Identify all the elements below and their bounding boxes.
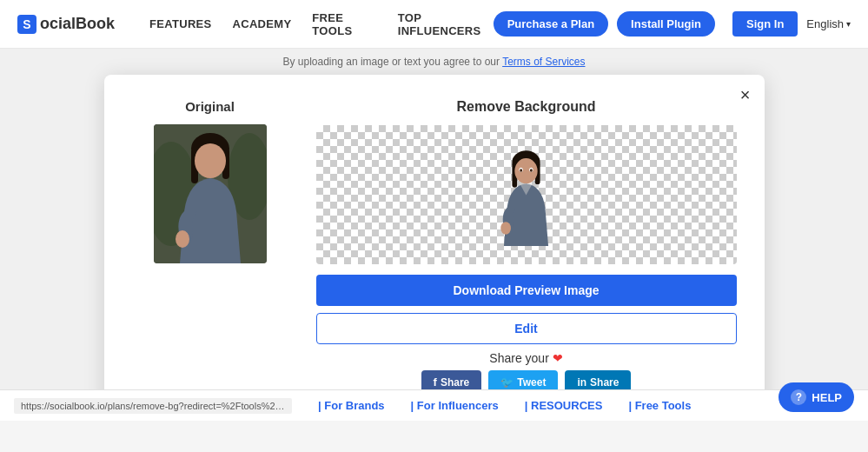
footer-for-brands[interactable]: | For Brands [318, 399, 385, 412]
chevron-down-icon: ▾ [846, 19, 851, 29]
nav-actions: Purchase a Plan Install Plugin Sign In E… [494, 11, 851, 37]
svg-point-17 [500, 222, 511, 235]
linkedin-icon: in [577, 376, 586, 389]
svg-point-15 [520, 169, 522, 172]
language-label: English [806, 17, 844, 30]
help-button[interactable]: ? HELP [779, 382, 854, 412]
footer-for-influencers[interactable]: | For Influencers [411, 399, 499, 412]
original-person-svg [154, 124, 267, 263]
nav-free-tools[interactable]: FREE TOOLS [312, 11, 376, 37]
original-image [154, 124, 267, 263]
footer-bar: https://socialbook.io/plans/remove-bg?re… [0, 389, 868, 421]
modal-title: Remove Background [316, 99, 737, 115]
download-preview-button[interactable]: Download Preview Image [316, 275, 737, 306]
footer-links: | For Brands | For Influencers | RESOURC… [318, 399, 854, 412]
terms-prefix: By uploading an image or text you agree … [283, 56, 500, 68]
facebook-icon: f [434, 376, 437, 389]
terms-bar: By uploading an image or text you agree … [283, 49, 586, 73]
nav-links: FEATURES ACADEMY FREE TOOLS TOP INFLUENC… [149, 11, 494, 37]
svg-point-16 [530, 169, 533, 172]
install-plugin-button[interactable]: Install Plugin [617, 11, 715, 37]
original-section: Original [132, 99, 288, 421]
help-question-icon: ? [791, 389, 806, 405]
brand-name: ocialBook [40, 15, 115, 33]
original-label: Original [185, 99, 235, 114]
footer-resources[interactable]: | RESOURCES [525, 399, 603, 412]
svg-point-8 [176, 230, 189, 248]
share-section: Share your ❤ f Share 🐦 Tweet in Share [316, 351, 737, 394]
terms-link[interactable]: Terms of Services [502, 56, 585, 68]
svg-point-7 [195, 143, 226, 178]
purchase-plan-button[interactable]: Purchase a Plan [494, 11, 608, 37]
nav-academy[interactable]: ACADEMY [233, 17, 292, 30]
modal-close-button[interactable]: × [740, 85, 751, 105]
footer-url: https://socialbook.io/plans/remove-bg?re… [14, 398, 292, 414]
result-section: Remove Background [316, 99, 737, 421]
remove-background-modal: × Original [104, 75, 765, 421]
footer-free-tools[interactable]: | Free Tools [628, 399, 691, 412]
nav-top-influencers[interactable]: TOP INFLUENCERS [398, 11, 494, 37]
navbar: S ocialBook FEATURES ACADEMY FREE TOOLS … [0, 0, 868, 49]
language-selector[interactable]: English ▾ [806, 17, 851, 30]
share-label: Share your ❤ [489, 351, 562, 365]
twitter-icon: 🐦 [500, 376, 514, 389]
edit-button[interactable]: Edit [316, 313, 737, 344]
logo-icon: S [17, 15, 36, 34]
processed-image-area [316, 125, 737, 264]
heart-icon: ❤ [553, 351, 563, 365]
nav-features[interactable]: FEATURES [149, 17, 212, 30]
main-area: By uploading an image or text you agree … [0, 49, 868, 421]
sign-in-button[interactable]: Sign In [732, 11, 798, 37]
processed-person-svg [485, 128, 567, 263]
help-label: HELP [812, 391, 842, 404]
brand-logo[interactable]: S ocialBook [17, 15, 115, 34]
svg-point-12 [514, 158, 537, 183]
